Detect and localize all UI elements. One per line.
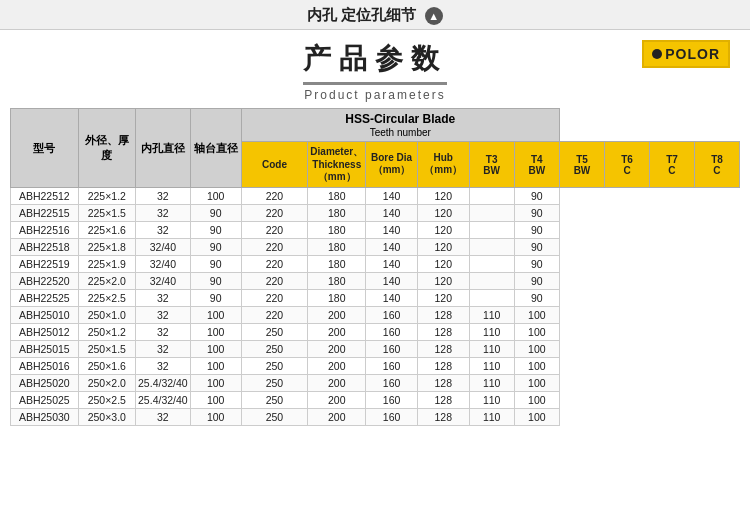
cell-dim: 225×1.2 xyxy=(78,188,135,205)
table-row: ABH25012250×1.232100250200160128110100 xyxy=(11,324,740,341)
cell-t8: 100 xyxy=(514,307,559,324)
cell-t5: 140 xyxy=(366,239,418,256)
cell-t3: 220 xyxy=(241,205,308,222)
cell-hub: 100 xyxy=(190,392,241,409)
cell-bore: 32 xyxy=(136,324,191,341)
cell-bore: 32 xyxy=(136,409,191,426)
cell-hub: 90 xyxy=(190,222,241,239)
cell-hub: 100 xyxy=(190,188,241,205)
cell-t8: 100 xyxy=(514,341,559,358)
cell-code: ABH22520 xyxy=(11,273,79,290)
cell-t3: 220 xyxy=(241,239,308,256)
table-row: ABH22515225×1.5329022018014012090 xyxy=(11,205,740,222)
cell-t4: 200 xyxy=(308,341,366,358)
cell-t3: 250 xyxy=(241,341,308,358)
cell-t5: 160 xyxy=(366,358,418,375)
logo-dot xyxy=(652,49,662,59)
cell-code: ABH25015 xyxy=(11,341,79,358)
cell-hub: 90 xyxy=(190,290,241,307)
cell-t5: 140 xyxy=(366,188,418,205)
table-body: ABH22512225×1.23210022018014012090ABH225… xyxy=(11,188,740,426)
cell-dim: 250×2.0 xyxy=(78,375,135,392)
cell-bore: 32/40 xyxy=(136,239,191,256)
cell-dim: 225×2.0 xyxy=(78,273,135,290)
product-table: 型号 外径、厚度 内孔直径 轴台直径 HSS-Circular Blade Te… xyxy=(10,108,740,426)
subheader-t5: T5BW xyxy=(559,142,604,188)
cell-t7 xyxy=(469,222,514,239)
cell-dim: 225×2.5 xyxy=(78,290,135,307)
cell-t4: 180 xyxy=(308,188,366,205)
cell-dim: 250×1.0 xyxy=(78,307,135,324)
cell-t6: 128 xyxy=(417,409,469,426)
table-row: ABH22518225×1.832/409022018014012090 xyxy=(11,239,740,256)
header-hub: 轴台直径 xyxy=(190,109,241,188)
cell-t6: 120 xyxy=(417,290,469,307)
cell-t8: 90 xyxy=(514,188,559,205)
product-title-area: 产品参数 Product parameters xyxy=(110,40,640,102)
cell-t4: 180 xyxy=(308,205,366,222)
cell-hub: 100 xyxy=(190,341,241,358)
banner-text: 内孔 定位孔细节 xyxy=(307,6,416,23)
cell-t6: 120 xyxy=(417,222,469,239)
cell-bore: 32/40 xyxy=(136,273,191,290)
cell-t5: 140 xyxy=(366,205,418,222)
cell-t8: 90 xyxy=(514,273,559,290)
cell-t5: 160 xyxy=(366,409,418,426)
cell-t3: 220 xyxy=(241,307,308,324)
cell-t3: 220 xyxy=(241,222,308,239)
page-title: 产品参数 xyxy=(303,40,447,85)
cell-t4: 200 xyxy=(308,358,366,375)
cell-code: ABH22512 xyxy=(11,188,79,205)
cell-t6: 128 xyxy=(417,341,469,358)
cell-t7: 110 xyxy=(469,392,514,409)
cell-t8: 100 xyxy=(514,324,559,341)
cell-t6: 128 xyxy=(417,392,469,409)
cell-t4: 180 xyxy=(308,290,366,307)
cell-t3: 250 xyxy=(241,358,308,375)
cell-t3: 250 xyxy=(241,324,308,341)
cell-hub: 100 xyxy=(190,307,241,324)
table-row: ABH25020250×2.025.4/32/40100250200160128… xyxy=(11,375,740,392)
cell-hub: 90 xyxy=(190,239,241,256)
cell-t4: 180 xyxy=(308,239,366,256)
cell-t6: 120 xyxy=(417,205,469,222)
cell-t4: 180 xyxy=(308,222,366,239)
cell-t6: 128 xyxy=(417,358,469,375)
page-subtitle: Product parameters xyxy=(110,88,640,102)
cell-hub: 90 xyxy=(190,205,241,222)
cell-hub: 100 xyxy=(190,375,241,392)
subheader-code: Code xyxy=(241,142,308,188)
cell-bore: 32 xyxy=(136,222,191,239)
cell-t6: 128 xyxy=(417,324,469,341)
cell-dim: 225×1.9 xyxy=(78,256,135,273)
table-row: ABH22520225×2.032/409022018014012090 xyxy=(11,273,740,290)
cell-t8: 90 xyxy=(514,256,559,273)
cell-dim: 250×1.6 xyxy=(78,358,135,375)
cell-t3: 250 xyxy=(241,375,308,392)
logo-box: POLOR xyxy=(640,40,730,68)
cell-hub: 90 xyxy=(190,273,241,290)
cell-t7 xyxy=(469,290,514,307)
cell-bore: 32/40 xyxy=(136,256,191,273)
cell-t7 xyxy=(469,205,514,222)
cell-t4: 200 xyxy=(308,375,366,392)
cell-code: ABH22519 xyxy=(11,256,79,273)
subheader-t3: T3BW xyxy=(469,142,514,188)
cell-t4: 200 xyxy=(308,392,366,409)
cell-t3: 250 xyxy=(241,392,308,409)
cell-bore: 32 xyxy=(136,307,191,324)
cell-t8: 100 xyxy=(514,375,559,392)
subheader-dim: Diameter、Thickness（mm） xyxy=(308,142,366,188)
cell-t5: 140 xyxy=(366,222,418,239)
cell-bore: 32 xyxy=(136,290,191,307)
cell-t6: 120 xyxy=(417,239,469,256)
header-section: 产品参数 Product parameters POLOR xyxy=(0,30,750,104)
cell-code: ABH25010 xyxy=(11,307,79,324)
subheader-t7: T7C xyxy=(649,142,694,188)
cell-t8: 100 xyxy=(514,409,559,426)
cell-dim: 225×1.5 xyxy=(78,205,135,222)
logo-image: POLOR xyxy=(642,40,730,68)
cell-code: ABH22515 xyxy=(11,205,79,222)
cell-code: ABH25012 xyxy=(11,324,79,341)
cell-dim: 250×1.5 xyxy=(78,341,135,358)
